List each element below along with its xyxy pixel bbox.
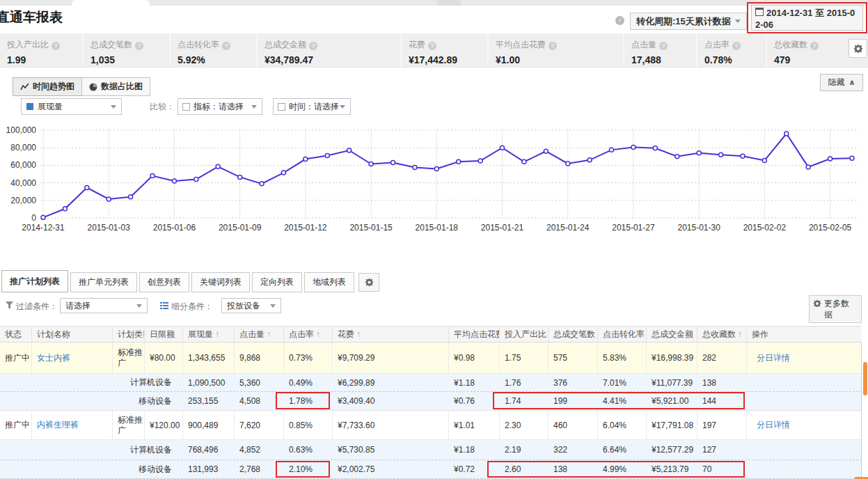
cell-cost: ¥5,730.85 [333, 445, 449, 455]
filter-dropdown-value: 请选择 [65, 300, 90, 312]
cell-cost: ¥6,299.89 [333, 378, 449, 388]
daily-detail-link[interactable]: 分日详情 [747, 343, 862, 373]
daily-detail-link[interactable]: 分日详情 [747, 411, 862, 439]
series-color-swatch [26, 103, 33, 110]
kpi-revenue: 总成交金额?¥34,789.47 [256, 33, 400, 67]
kpi-label: 总成交笔数 [90, 40, 132, 49]
col-conv-rate[interactable]: 点击转化率↑ [598, 327, 647, 342]
x-axis-tick: 2015-01-03 [77, 223, 140, 233]
col-favorites[interactable]: 总收藏数↑ [697, 327, 747, 342]
funnel-icon [6, 301, 13, 309]
cell-cost: ¥9,709.29 [333, 343, 449, 373]
col-impressions[interactable]: 展现量↑ [183, 327, 235, 342]
cell-plan-type: 标准推广 [113, 343, 145, 373]
col-orders[interactable]: 总成交笔数↑ [549, 327, 598, 342]
kpi-strip: 投入产出比?1.99 总成交笔数?1,035 点击转化率?5.92% 总成交金额… [0, 33, 868, 68]
col-revenue[interactable]: 总成交金额↑ [647, 327, 697, 342]
info-icon[interactable]: i [615, 16, 624, 25]
col-avg-click-cost[interactable]: 平均点击花费↑ [449, 327, 500, 342]
gear-icon [853, 44, 863, 54]
compare-metric-checkbox[interactable] [182, 103, 190, 111]
help-icon[interactable]: ? [135, 42, 143, 50]
plan-name-link[interactable]: 内裤生理裤 [32, 411, 113, 439]
cell-impressions: 1,343,655 [183, 343, 235, 373]
more-data-button[interactable]: 更多数据 [809, 295, 862, 323]
browser-chrome-strip [0, 0, 868, 6]
cell-revenue: ¥5,921.00 [647, 396, 697, 406]
col-roi[interactable]: 投入产出比↑ [500, 327, 549, 342]
help-icon[interactable]: ? [222, 42, 230, 50]
cell-roi: 1.76 [500, 378, 549, 388]
kpi-value: 0.78% [704, 54, 766, 65]
tab-keyword-list[interactable]: 关键词列表 [191, 272, 250, 292]
y-axis-tick: 20,000 [1, 195, 36, 206]
compare-time-value: 时间：请选择 [289, 101, 339, 113]
segment-dropdown[interactable]: 投放设备 [221, 298, 281, 313]
cell-daily-budget: ¥120.00 [145, 411, 183, 439]
help-icon[interactable]: ? [810, 42, 819, 50]
list-tabs: 推广计划列表 推广单元列表 创意列表 关键词列表 定向列表 地域列表 [1, 270, 379, 292]
chevron-down-icon [340, 105, 345, 109]
segment-dropdown-value: 投放设备 [227, 300, 260, 312]
chart-tabs: 时间趋势图 数据占比图 [13, 77, 150, 96]
hide-chart-button[interactable]: 隐藏∧ [820, 74, 863, 91]
cell-orders: 376 [549, 378, 598, 388]
sort-asc-icon: ↑ [356, 329, 361, 339]
help-icon[interactable]: ? [52, 42, 60, 50]
cell-cost: ¥3,409.40 [333, 396, 449, 406]
table-row-campaign: 推广中 女士内裤 标准推广 ¥80.00 1,343,655 9,868 0.7… [0, 343, 862, 373]
col-cost[interactable]: 花费↑ [333, 327, 449, 342]
chevron-down-icon [735, 19, 741, 23]
help-icon[interactable]: ? [549, 42, 557, 50]
cell-ctr: 2.10% [284, 464, 333, 474]
cell-impressions: 900,489 [183, 411, 235, 439]
cell-orders: 322 [549, 445, 598, 455]
table-subrow-device: 计算机设备 768,496 4,852 0.63% ¥5,730.85 ¥1.1… [0, 439, 862, 460]
trend-chart[interactable] [40, 125, 859, 220]
conversion-period-dropdown[interactable]: 转化周期:15天累计数据 [630, 13, 747, 30]
gear-icon [813, 299, 821, 308]
y-axis-tick: 60,000 [1, 159, 36, 171]
kpi-ctr: 点击率?0.78% [696, 33, 766, 67]
tab-campaign-list[interactable]: 推广计划列表 [1, 270, 68, 292]
tab-region-list[interactable]: 地域列表 [304, 272, 354, 292]
help-icon[interactable]: ? [309, 42, 317, 50]
y-axis-tick: 80,000 [1, 142, 36, 153]
cell-revenue: ¥11,077.39 [647, 378, 697, 388]
plan-name-link[interactable]: 女士内裤 [32, 343, 113, 373]
tab-settings-button[interactable] [358, 273, 379, 292]
kpi-avg-click-cost: 平均点击花费?¥1.00 [487, 33, 623, 67]
tab-time-trend[interactable]: 时间趋势图 [13, 77, 82, 96]
vertical-scrollbar-thumb[interactable] [863, 362, 867, 395]
help-icon[interactable]: ? [659, 42, 668, 50]
report-header: 直通车报表 i 转化周期:15天累计数据 [0, 6, 868, 33]
help-icon[interactable]: ? [428, 42, 436, 50]
tab-adgroup-list[interactable]: 推广单元列表 [70, 272, 137, 292]
cell-avg-click-cost: ¥0.76 [449, 396, 500, 406]
x-axis-tick: 2015-01-24 [537, 223, 599, 233]
filter-label: 过滤条件： [16, 301, 58, 313]
tab-targeting-list[interactable]: 定向列表 [252, 272, 302, 292]
tab-data-proportion[interactable]: 数据占比图 [81, 77, 150, 96]
kpi-cost: 花费?¥17,442.89 [400, 33, 487, 67]
kpi-value: 5.92% [177, 54, 256, 65]
compare-time-checkbox[interactable] [278, 103, 285, 111]
table-header-row: 状态 计划名称 计划类型 日限额 展现量↑ 点击量↑ 点击率↑ 花费↑ 平均点击… [0, 326, 862, 343]
col-ctr[interactable]: 点击率↑ [284, 327, 333, 342]
col-clicks[interactable]: 点击量↑ [235, 327, 284, 342]
kpi-clicks: 点击量?17,488 [623, 33, 696, 67]
help-icon[interactable]: ? [732, 42, 741, 50]
compare-metric-dropdown[interactable]: 指标：请选择 [177, 98, 262, 115]
page-title: 直通车报表 [0, 8, 63, 26]
filter-dropdown[interactable]: 请选择 [60, 298, 148, 313]
kpi-settings-button[interactable] [849, 39, 867, 58]
compare-time-dropdown[interactable]: 时间：请选择 [273, 98, 351, 115]
date-range-picker[interactable]: 2014-12-31 至 2015-02-06 [751, 5, 863, 31]
cell-favorites: 70 [697, 464, 747, 474]
browser-tab[interactable] [72, 0, 150, 6]
cell-favorites: 197 [697, 411, 747, 439]
cell-status: 推广中 [0, 411, 32, 439]
cell-conv-rate: 4.41% [598, 396, 647, 406]
metric-dropdown[interactable]: 展现量 [21, 98, 122, 115]
tab-creative-list[interactable]: 创意列表 [139, 272, 189, 292]
